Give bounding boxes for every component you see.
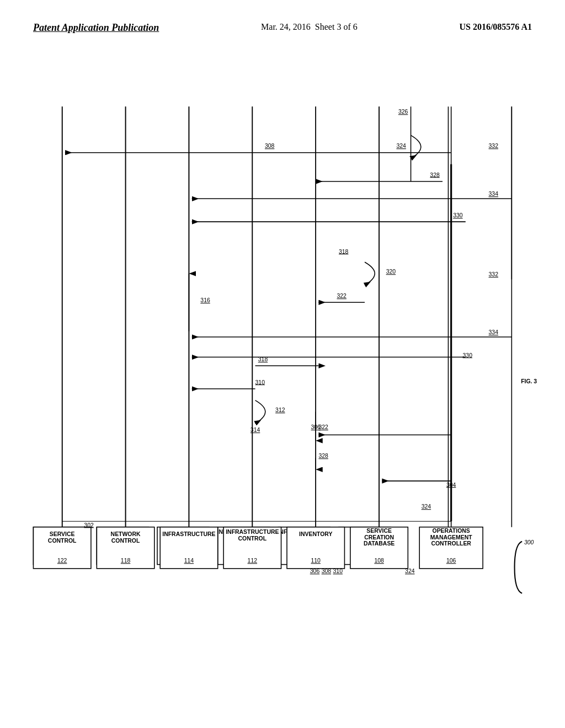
- svg-text:300: 300: [524, 539, 534, 545]
- svg-text:108: 108: [374, 558, 384, 564]
- svg-text:312: 312: [275, 407, 285, 413]
- svg-text:324: 324: [422, 504, 431, 510]
- publication-title: Patent Application Publication: [33, 22, 159, 34]
- svg-text:306: 306: [310, 568, 320, 574]
- svg-text:334: 334: [489, 191, 499, 197]
- publication-number: US 2016/085576 A1: [459, 22, 532, 32]
- svg-text:SERVICE: SERVICE: [50, 531, 75, 537]
- svg-text:310: 310: [255, 379, 265, 386]
- svg-text:114: 114: [184, 558, 194, 564]
- svg-text:118: 118: [121, 558, 131, 564]
- svg-text:OPERATIONS: OPERATIONS: [433, 528, 470, 534]
- svg-text:322: 322: [318, 424, 328, 430]
- svg-text:322: 322: [337, 293, 347, 299]
- svg-text:320: 320: [386, 269, 396, 275]
- svg-text:324: 324: [396, 143, 406, 149]
- patent-diagram: OPERATIONS MANAGEMENT CONTROLLER 106 SER…: [28, 99, 546, 678]
- svg-text:332: 332: [489, 143, 499, 149]
- svg-text:334: 334: [489, 329, 499, 335]
- svg-text:302: 302: [84, 522, 94, 528]
- svg-text:CONTROL: CONTROL: [48, 538, 77, 544]
- svg-text:112: 112: [248, 558, 258, 564]
- svg-text:SERVICE: SERVICE: [366, 528, 392, 534]
- svg-text:NETWORK: NETWORK: [111, 531, 141, 537]
- svg-text:CREATION: CREATION: [364, 534, 394, 540]
- svg-text:326: 326: [398, 109, 408, 115]
- svg-text:318: 318: [339, 249, 349, 255]
- svg-text:316: 316: [200, 297, 210, 303]
- page-header: Patent Application Publication Mar. 24, …: [0, 22, 565, 34]
- svg-text:328: 328: [318, 453, 328, 459]
- publication-date-sheet: Mar. 24, 2016 Sheet 3 of 6: [261, 22, 358, 32]
- svg-text:CONTROL: CONTROL: [111, 538, 140, 544]
- svg-text:122: 122: [57, 558, 67, 564]
- svg-text:328: 328: [430, 172, 440, 178]
- svg-text:308: 308: [265, 143, 275, 149]
- svg-text:314: 314: [250, 427, 260, 433]
- svg-text:324: 324: [405, 568, 415, 574]
- svg-text:INVENTORY: INVENTORY: [299, 531, 332, 537]
- svg-text:INFRASTRUCTURE: INFRASTRUCTURE: [162, 531, 215, 537]
- svg-text:CONTROLLER: CONTROLLER: [431, 540, 471, 547]
- svg-text:DATABASE: DATABASE: [364, 540, 395, 547]
- svg-text:110: 110: [311, 558, 321, 564]
- svg-text:332: 332: [489, 271, 499, 277]
- svg-text:310: 310: [333, 568, 343, 574]
- svg-text:CONTROL: CONTROL: [238, 536, 267, 542]
- svg-text:INFRASTRUCTURE: INFRASTRUCTURE: [226, 529, 279, 535]
- svg-text:330: 330: [453, 212, 463, 218]
- svg-text:MANAGEMENT: MANAGEMENT: [430, 534, 473, 540]
- svg-text:106: 106: [446, 558, 456, 564]
- svg-text:FIG. 3: FIG. 3: [521, 378, 537, 384]
- svg-text:308: 308: [322, 568, 332, 574]
